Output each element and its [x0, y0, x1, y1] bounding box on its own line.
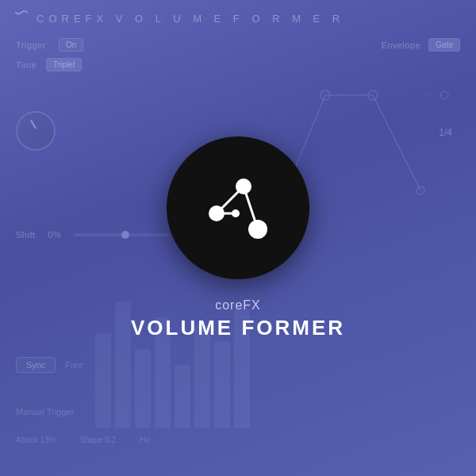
product-sub-name: coreFX — [215, 298, 261, 313]
svg-line-17 — [244, 186, 258, 229]
volume-former-logo-icon — [194, 164, 282, 251]
svg-line-16 — [217, 186, 244, 213]
logo-circle — [167, 136, 309, 279]
product-main-name: VOLUME FORMER — [131, 316, 345, 340]
product-overlay: coreFX VOLUME FORMER — [0, 0, 476, 476]
svg-point-19 — [232, 209, 240, 217]
app-container: coreFX V O L U M E F O R M E R Trigger O… — [0, 0, 476, 476]
